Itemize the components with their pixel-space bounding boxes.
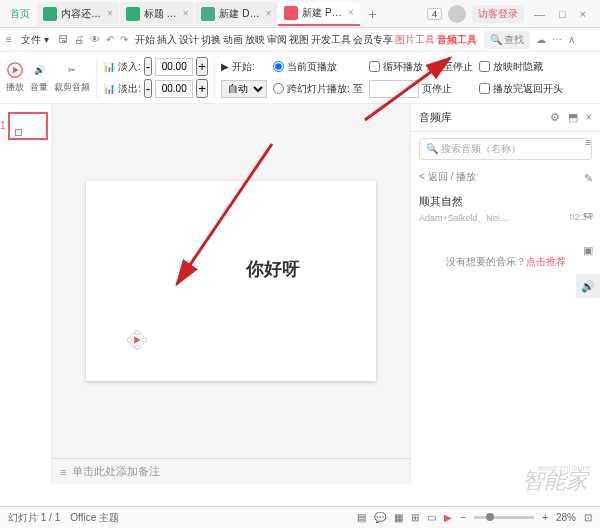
cloud-icon[interactable]: ☁ (536, 34, 546, 45)
collapse-icon[interactable]: ∧ (568, 34, 575, 45)
badge: 4 (427, 8, 442, 20)
audio-object[interactable] (126, 329, 148, 351)
notes-placeholder: 单击此处添加备注 (72, 464, 160, 479)
slide-text[interactable]: 你好呀 (246, 257, 300, 281)
close-icon[interactable]: × (107, 8, 113, 19)
zoom-value[interactable]: 28% (556, 512, 576, 523)
tab-member[interactable]: 会员专享 (352, 33, 394, 47)
close-icon[interactable]: × (348, 7, 354, 18)
fadeout-input[interactable] (155, 80, 193, 98)
inc-button[interactable]: + (196, 79, 208, 98)
avatar-icon[interactable] (448, 5, 466, 23)
slide[interactable]: 你好呀 (86, 181, 376, 381)
collapse-tool-icon[interactable]: ≡ (576, 130, 600, 154)
pin-icon[interactable]: ⬒ (568, 111, 578, 124)
back-link[interactable]: < 返回 / 播放 (411, 166, 600, 188)
tab-design[interactable]: 设计 (178, 33, 200, 47)
slide-number: 1 (0, 120, 6, 131)
tab-animation[interactable]: 动画 (222, 33, 244, 47)
tab-audio-tools[interactable]: 音频工具 (436, 33, 478, 47)
notes-pane[interactable]: ≡ 单击此处添加备注 (52, 458, 410, 484)
rewind-checkbox[interactable] (479, 83, 490, 94)
slide-thumb-1[interactable]: 1 (8, 112, 48, 140)
trim-group[interactable]: ✂ 裁剪音频 (54, 61, 90, 94)
tab-transition[interactable]: 切换 (200, 33, 222, 47)
add-tab-button[interactable]: + (361, 6, 385, 22)
wave-out-icon: 📊 (103, 83, 115, 94)
close-panel-icon[interactable]: × (586, 111, 592, 124)
undo-icon[interactable]: ↶ (106, 34, 114, 45)
zoom-in-icon[interactable]: + (542, 512, 548, 523)
svg-point-2 (135, 330, 140, 335)
fadein-input[interactable] (155, 58, 193, 76)
print-icon[interactable]: 🖨 (74, 34, 84, 45)
redo-icon[interactable]: ↷ (120, 34, 128, 45)
recommend-link[interactable]: 点击推荐 (526, 256, 566, 267)
close-icon[interactable]: × (576, 8, 590, 20)
slideshow-icon[interactable]: ▶ (444, 512, 452, 523)
file-menu[interactable]: 文件 ▾ (18, 33, 52, 47)
page-stop-input[interactable] (369, 80, 419, 98)
tab-doc-active[interactable]: 新建 P…× (278, 2, 359, 26)
zoom-out-icon[interactable]: − (460, 512, 466, 523)
login-button[interactable]: 访客登录 (472, 5, 524, 23)
dec-button[interactable]: - (144, 57, 152, 76)
select-tool-icon[interactable]: ▭ (576, 202, 600, 226)
minimize-icon[interactable]: — (530, 8, 549, 20)
menu-icon[interactable]: ≡ (6, 34, 12, 45)
ribbon: 播放 🔊 音量 ✂ 裁剪音频 📊淡入:-+ 📊淡出:-+ ▶开始: 自动 当前页… (0, 52, 600, 104)
fit-icon[interactable]: ⊡ (584, 512, 592, 523)
audio-tool-icon[interactable]: 🔊 (576, 274, 600, 298)
tab-dev[interactable]: 开发工具 (310, 33, 352, 47)
tab-doc[interactable]: 新建 D…× (195, 2, 277, 26)
tab-image-tools[interactable]: 图片工具 (394, 33, 436, 47)
theme-name: Office 主题 (70, 511, 119, 525)
tab-show[interactable]: 放映 (244, 33, 266, 47)
inc-button[interactable]: + (196, 57, 208, 76)
hide-checkbox[interactable] (479, 61, 490, 72)
layers-tool-icon[interactable]: ▣ (576, 238, 600, 262)
menu-bar: ≡ 文件 ▾ 🖫 🖨 👁 ↶ ↷ 开始 插入 设计 切换 动画 放映 审阅 视图… (0, 28, 600, 52)
zoom-slider[interactable] (474, 516, 534, 519)
volume-group[interactable]: 🔊 音量 (30, 61, 48, 94)
sheet-icon (43, 7, 57, 21)
normal-view-icon[interactable]: ▦ (394, 512, 403, 523)
paint-tool-icon[interactable]: ✎ (576, 166, 600, 190)
maximize-icon[interactable]: □ (555, 8, 570, 20)
audio-marker-icon (15, 129, 22, 136)
notes-toggle-icon[interactable]: ▤ (357, 512, 366, 523)
tab-doc[interactable]: 标题 …× (120, 2, 195, 26)
volume-icon: 🔊 (30, 61, 48, 79)
play-group[interactable]: 播放 (6, 61, 24, 94)
more-icon[interactable]: ⋯ (552, 34, 562, 45)
audio-search-input[interactable]: 🔍 搜索音频（名称） (419, 138, 592, 160)
dec-button[interactable]: - (144, 79, 152, 98)
gear-icon[interactable]: ⚙ (550, 111, 560, 124)
search-box[interactable]: 🔍 查找 (484, 31, 531, 49)
tab-view[interactable]: 视图 (288, 33, 310, 47)
audio-track[interactable]: 顺其自然 Adam+Salkeld、Nei…02:34 (411, 188, 600, 231)
panel-title: 音频库 (419, 110, 452, 125)
document-tabs: 首页 内容还…× 标题 …× 新建 D…× 新建 P…× + 4 访客登录 — … (0, 0, 600, 28)
reading-view-icon[interactable]: ▭ (427, 512, 436, 523)
slide-counter: 幻灯片 1 / 1 (8, 511, 60, 525)
current-page-radio[interactable] (273, 61, 284, 72)
tab-home[interactable]: 首页 (4, 2, 36, 26)
comments-icon[interactable]: 💬 (374, 512, 386, 523)
side-toolbar: ≡ ✎ ▭ ▣ 🔊 (576, 130, 600, 298)
cross-slide-radio[interactable] (273, 83, 284, 94)
tab-review[interactable]: 审阅 (266, 33, 288, 47)
save-icon[interactable]: 🖫 (58, 34, 68, 45)
tab-insert[interactable]: 插入 (156, 33, 178, 47)
close-icon[interactable]: × (183, 8, 189, 19)
svg-point-4 (127, 338, 132, 343)
tab-start[interactable]: 开始 (134, 33, 156, 47)
start-select[interactable]: 自动 (221, 80, 267, 98)
notes-icon: ≡ (60, 466, 66, 478)
loop-checkbox[interactable] (369, 61, 380, 72)
tab-doc[interactable]: 内容还…× (37, 2, 119, 26)
preview-icon[interactable]: 👁 (90, 34, 100, 45)
close-icon[interactable]: × (265, 8, 271, 19)
sorter-view-icon[interactable]: ⊞ (411, 512, 419, 523)
track-artist: Adam+Salkeld、Nei… (419, 212, 509, 225)
